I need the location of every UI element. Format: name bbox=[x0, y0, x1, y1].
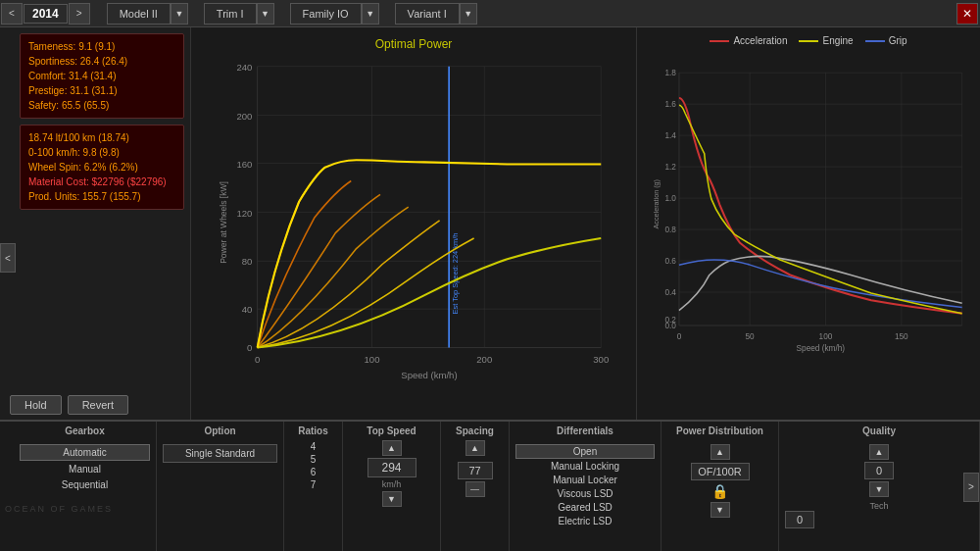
trim-arrow[interactable]: ▼ bbox=[257, 3, 274, 25]
spacing-up-btn[interactable]: ▲ bbox=[466, 440, 485, 456]
gearbox-manual[interactable]: Manual bbox=[20, 462, 150, 476]
power-dist-section: Power Distribution ▲ OF/100R 🔒 ▼ bbox=[662, 422, 779, 551]
tameness-stat: Tameness: 9.1 (9.1) bbox=[28, 39, 175, 54]
stats-box-2: 18.74 lt/100 km (18.74) 0-100 km/h: 9.8 … bbox=[20, 125, 184, 210]
power-dist-value: OF/100R bbox=[691, 463, 750, 480]
power-chart-svg: 240 200 160 120 80 40 0 0 100 200 300 Sp… bbox=[206, 56, 621, 389]
family-arrow[interactable]: ▼ bbox=[362, 3, 379, 25]
diff-options: Open Manual Locking Manual Locker Viscou… bbox=[515, 444, 655, 527]
top-speed-section: Top Speed ▲ 294 km/h ▼ bbox=[343, 422, 441, 551]
diff-open[interactable]: Open bbox=[515, 444, 655, 459]
svg-text:80: 80 bbox=[242, 256, 253, 267]
diff-geared-lsd[interactable]: Geared LSD bbox=[515, 501, 655, 514]
close-btn[interactable]: ✕ bbox=[956, 3, 978, 25]
trim-dropdown: Trim I ▼ bbox=[196, 3, 274, 25]
spacing-header: Spacing bbox=[456, 426, 494, 436]
prev-year-btn[interactable]: < bbox=[1, 3, 23, 25]
family-dropdown: Family IO ▼ bbox=[282, 3, 379, 25]
safety-stat: Safety: 65.5 (65.5) bbox=[28, 98, 175, 113]
gearbox-header: Gearbox bbox=[20, 426, 150, 436]
top-speed-value: 294 bbox=[368, 458, 416, 477]
material-cost-stat: Material Cost: $22796 ($22796) bbox=[28, 175, 175, 189]
left-panel-nav[interactable]: < bbox=[0, 243, 16, 273]
grip-legend: Grip bbox=[865, 35, 907, 46]
svg-text:100: 100 bbox=[819, 332, 833, 341]
gearbox-automatic[interactable]: Automatic bbox=[20, 444, 150, 461]
power-dist-controls: ▲ OF/100R 🔒 ▼ bbox=[691, 444, 750, 518]
svg-text:0.6: 0.6 bbox=[664, 257, 676, 266]
ratio-4: 4 bbox=[290, 440, 336, 453]
option-section: Option Single Standard bbox=[157, 422, 284, 551]
spacing-section: Spacing ▲ 77 — bbox=[441, 422, 510, 551]
svg-text:150: 150 bbox=[895, 332, 908, 341]
top-speed-up-btn[interactable]: ▲ bbox=[382, 440, 402, 456]
svg-text:240: 240 bbox=[236, 62, 252, 73]
ratios-header: Ratios bbox=[290, 426, 336, 436]
svg-text:50: 50 bbox=[746, 332, 756, 341]
variant-label: Variant I bbox=[395, 3, 460, 25]
prestige-stat: Prestige: 31.1 (31.1) bbox=[28, 83, 175, 98]
gearbox-options: Automatic Manual Sequential bbox=[20, 444, 150, 492]
power-dist-up-btn[interactable]: ▲ bbox=[710, 444, 730, 460]
right-side-nav[interactable]: > bbox=[963, 473, 979, 502]
svg-text:160: 160 bbox=[236, 159, 252, 170]
quality-down-btn[interactable]: ▼ bbox=[869, 481, 889, 497]
svg-text:300: 300 bbox=[593, 354, 609, 365]
variant-arrow[interactable]: ▼ bbox=[460, 3, 477, 25]
lock-icon: 🔒 bbox=[711, 483, 728, 499]
model-arrow[interactable]: ▼ bbox=[171, 3, 188, 25]
hold-revert-bar: Hold Revert bbox=[10, 395, 128, 415]
svg-text:1.2: 1.2 bbox=[664, 163, 676, 172]
accel-chart-svg: 1.8 1.6 1.4 1.2 1.0 0.8 0.6 0.4 0.2 0.0 … bbox=[649, 50, 972, 374]
ratio-6: 6 bbox=[290, 466, 336, 478]
diff-manual-locker[interactable]: Manual Locker bbox=[515, 474, 655, 486]
model-dropdown: Model II ▼ bbox=[99, 3, 188, 25]
gearbox-sequential[interactable]: Sequential bbox=[20, 477, 150, 492]
svg-text:1.0: 1.0 bbox=[664, 194, 676, 203]
svg-text:Speed (km/h): Speed (km/h) bbox=[401, 370, 457, 380]
family-label: Family IO bbox=[290, 3, 362, 25]
spacing-value: 77 bbox=[458, 462, 493, 479]
svg-text:Power at Wheels [kW]: Power at Wheels [kW] bbox=[219, 181, 228, 264]
svg-text:0.8: 0.8 bbox=[664, 225, 676, 234]
chart-title: Optimal Power bbox=[206, 37, 621, 51]
svg-text:1.8: 1.8 bbox=[664, 69, 676, 77]
power-dist-down-btn[interactable]: ▼ bbox=[710, 502, 730, 518]
svg-text:200: 200 bbox=[476, 354, 492, 365]
power-dist-header: Power Distribution bbox=[676, 426, 763, 436]
zero-hundred-stat: 0-100 km/h: 9.8 (9.8) bbox=[28, 145, 175, 160]
svg-text:0.0: 0.0 bbox=[664, 322, 676, 330]
svg-text:1.4: 1.4 bbox=[664, 131, 676, 140]
quality-header: Quality bbox=[785, 426, 973, 436]
ratio-5: 5 bbox=[290, 453, 336, 466]
top-speed-down-btn[interactable]: ▼ bbox=[382, 491, 402, 507]
quality-up-btn[interactable]: ▲ bbox=[869, 444, 889, 460]
next-year-btn[interactable]: > bbox=[69, 3, 90, 25]
hold-btn[interactable]: Hold bbox=[10, 395, 62, 415]
svg-text:200: 200 bbox=[236, 111, 252, 122]
stats-box-1: Tameness: 9.1 (9.1) Sportiness: 26.4 (26… bbox=[20, 33, 184, 119]
diff-electric-lsd[interactable]: Electric LSD bbox=[515, 515, 655, 527]
trim-label: Trim I bbox=[204, 3, 257, 25]
prod-units-stat: Prod. Units: 155.7 (155.7) bbox=[28, 189, 175, 204]
svg-text:120: 120 bbox=[236, 208, 252, 219]
svg-text:0.4: 0.4 bbox=[664, 288, 676, 297]
wheel-spin-stat: Wheel Spin: 6.2% (6.2%) bbox=[28, 160, 175, 175]
revert-btn[interactable]: Revert bbox=[68, 395, 128, 415]
spacing-control: ▲ 77 — bbox=[458, 440, 493, 497]
svg-text:40: 40 bbox=[242, 304, 253, 315]
tech-label: Tech bbox=[785, 501, 973, 511]
option-value[interactable]: Single Standard bbox=[163, 444, 277, 463]
svg-text:100: 100 bbox=[365, 354, 380, 365]
bottom-panel: Gearbox Automatic Manual Sequential Opti… bbox=[0, 420, 980, 551]
diff-manual-locking[interactable]: Manual Locking bbox=[515, 460, 655, 473]
sportiness-stat: Sportiness: 26.4 (26.4) bbox=[28, 54, 175, 69]
model-label: Model II bbox=[107, 3, 171, 25]
fuel-stat: 18.74 lt/100 km (18.74) bbox=[28, 130, 175, 145]
center-chart: Optimal Power 240 200 160 120 80 40 0 bbox=[191, 27, 637, 420]
spacing-minus-btn[interactable]: — bbox=[466, 481, 485, 497]
ratio-7: 7 bbox=[290, 478, 336, 491]
svg-text:0: 0 bbox=[255, 354, 260, 365]
diff-viscous-lsd[interactable]: Viscous LSD bbox=[515, 487, 655, 500]
diff-section: Differentials Open Manual Locking Manual… bbox=[510, 422, 662, 551]
